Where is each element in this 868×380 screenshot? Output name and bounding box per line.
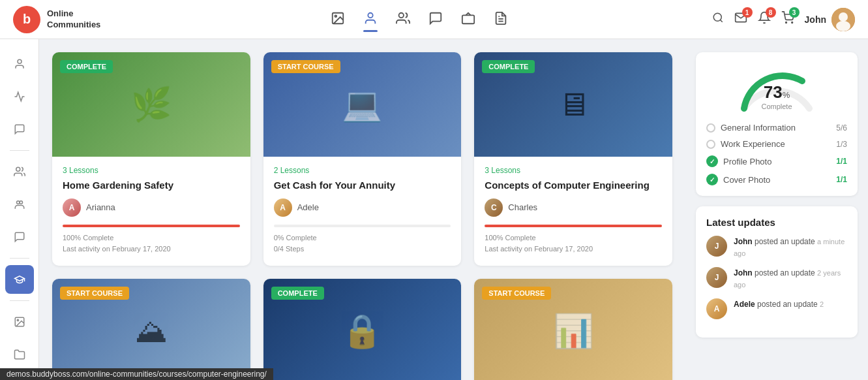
course-author: A Arianna — [63, 198, 240, 217]
gauge-wrap: 73% Complete — [706, 63, 847, 115]
meta-line1: 0% Complete — [274, 232, 451, 244]
main-layout: 🌿 COMPLETE 3 Lessons Home Gardening Safe… — [39, 39, 868, 380]
meta-line2: Last activity on February 17, 2020 — [63, 244, 240, 255]
course-badge: COMPLETE — [60, 60, 113, 73]
lessons-count: 3 Lessons — [63, 166, 240, 175]
profile-item: ✓ Profile Photo 1/1 — [706, 155, 847, 167]
course-card-5[interactable]: 🔒 COMPLETE — [263, 279, 462, 380]
item-count: 1/1 — [836, 157, 847, 166]
sidebar-divider-1 — [10, 150, 29, 151]
svg-point-17 — [20, 201, 23, 204]
profile-item: ✓ Cover Photo 1/1 — [706, 174, 847, 185]
svg-rect-4 — [462, 15, 474, 24]
course-badge: COMPLETE — [271, 287, 324, 300]
meta-line2: Last activity on February 17, 2020 — [485, 244, 662, 255]
check-icon: ✓ — [706, 174, 718, 185]
svg-point-2 — [368, 12, 372, 17]
meta-line1: 100% Complete — [63, 232, 240, 244]
item-count: 5/6 — [836, 123, 847, 133]
author-avatar: C — [485, 198, 503, 217]
update-text: John posted an update a minute ago — [734, 236, 847, 259]
update-text: Adele posted an update 2 — [734, 298, 824, 310]
course-card-2[interactable]: 💻 START COURSE 2 Lessons Get Cash for Yo… — [263, 52, 462, 266]
profile-item-left: ✓ Cover Photo — [706, 174, 770, 185]
course-card-6[interactable]: 📊 START COURSE — [474, 279, 672, 380]
sidebar-item-groups[interactable] — [5, 157, 34, 186]
update-text: John posted an update 2 years ago — [734, 267, 847, 291]
search-button[interactable] — [712, 12, 724, 27]
course-card-4[interactable]: ⛰ START COURSE — [52, 279, 250, 380]
bell-button[interactable]: 8 — [758, 11, 771, 27]
course-body: 3 Lessons Home Gardening Safety A Ariann… — [52, 157, 250, 266]
nav-image[interactable] — [331, 11, 345, 28]
svg-point-9 — [785, 22, 786, 24]
svg-point-15 — [16, 167, 20, 171]
course-badge: COMPLETE — [482, 60, 535, 73]
progress-bar — [63, 225, 240, 227]
topnav: b OnlineCommunities 1 — [0, 0, 868, 39]
gauge-label: Complete — [761, 103, 792, 110]
sidebar-item-courses[interactable] — [5, 265, 34, 294]
update-author[interactable]: Adele — [734, 300, 755, 309]
cart-badge: 3 — [789, 7, 800, 18]
course-author: C Charles — [485, 198, 662, 217]
nav-doc[interactable] — [494, 11, 508, 28]
user-menu[interactable]: John — [805, 8, 855, 31]
updates-title: Latest updates — [706, 217, 847, 228]
svg-point-1 — [335, 15, 337, 17]
course-title: Home Gardening Safety — [63, 179, 240, 192]
sidebar-item-group2[interactable] — [5, 190, 34, 219]
course-body: 3 Lessons Concepts of Computer Engineeri… — [474, 157, 672, 266]
sidebar-divider-3 — [10, 300, 29, 301]
author-name: Charles — [508, 202, 537, 212]
update-author[interactable]: John — [734, 237, 753, 246]
updates-widget: Latest updates J John posted an update a… — [696, 206, 858, 338]
profile-item-left: ✓ Profile Photo — [706, 155, 771, 167]
nav-groups[interactable] — [396, 11, 410, 28]
course-card-1[interactable]: 🌿 COMPLETE 3 Lessons Home Gardening Safe… — [52, 52, 250, 266]
course-meta: 100% Complete Last activity on February … — [63, 232, 240, 255]
svg-point-10 — [791, 22, 792, 24]
course-author: A Adele — [274, 198, 451, 217]
url-bar: demos.buddyboss.com/online-communities/c… — [0, 368, 273, 380]
author-avatar: A — [274, 198, 292, 217]
item-label: Profile Photo — [723, 157, 771, 166]
nav-camera[interactable] — [461, 11, 475, 28]
nav-chat[interactable] — [428, 11, 443, 28]
course-card-3[interactable]: 🖥 COMPLETE 3 Lessons Concepts of Compute… — [474, 52, 672, 266]
course-img-wrap: 🖥 COMPLETE — [474, 52, 672, 157]
svg-point-19 — [17, 319, 18, 321]
course-badge: START COURSE — [60, 287, 129, 300]
progress-widget: 73% Complete General Information 5/6 Wor… — [696, 52, 858, 196]
course-meta: 100% Complete Last activity on February … — [485, 232, 662, 255]
cart-button[interactable]: 3 — [781, 11, 794, 27]
profile-item: General Information 5/6 — [706, 123, 847, 133]
gauge-symbol: % — [783, 90, 790, 100]
svg-point-13 — [836, 21, 850, 31]
sidebar-item-person[interactable] — [5, 50, 34, 78]
svg-point-3 — [399, 12, 404, 17]
envelope-button[interactable]: 1 — [734, 11, 747, 27]
sidebar-item-folder[interactable] — [5, 340, 34, 369]
logo-icon: b — [13, 6, 40, 33]
author-name: Arianna — [86, 202, 115, 212]
svg-point-7 — [713, 13, 721, 21]
course-meta: 0% Complete 0/4 Steps — [274, 232, 451, 255]
sidebar-item-chat2[interactable] — [5, 223, 34, 251]
sidebar-item-photos[interactable] — [5, 308, 34, 336]
update-item: J John posted an update a minute ago — [706, 236, 847, 259]
profile-item: Work Experience 1/3 — [706, 139, 847, 149]
update-avatar: A — [706, 298, 727, 319]
progress-bar — [274, 225, 451, 227]
sidebar-item-message[interactable] — [5, 115, 34, 144]
logo[interactable]: b OnlineCommunities — [13, 6, 100, 33]
update-avatar: J — [706, 267, 727, 288]
update-avatar: J — [706, 236, 727, 257]
nav-profile[interactable] — [363, 11, 378, 28]
course-badge: START COURSE — [271, 60, 340, 73]
content-area: 🌿 COMPLETE 3 Lessons Home Gardening Safe… — [39, 39, 685, 380]
sidebar-item-chart[interactable] — [5, 82, 34, 111]
meta-line2: 0/4 Steps — [274, 244, 451, 255]
update-author[interactable]: John — [734, 268, 753, 277]
progress-bar — [485, 225, 662, 227]
